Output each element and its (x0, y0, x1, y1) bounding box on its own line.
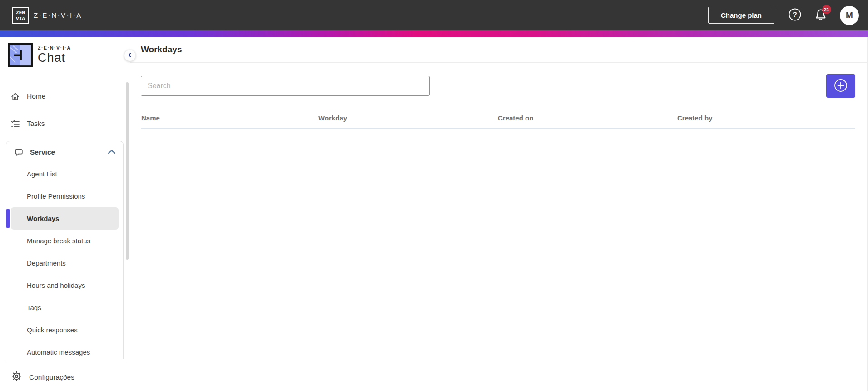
sidebar-brand-name: Z·E·N·V·I·A (38, 45, 71, 50)
notifications-button[interactable]: 21 (814, 8, 827, 22)
user-avatar[interactable]: M (840, 6, 859, 25)
brand-name: Z·E·N·V·I·A (34, 11, 82, 19)
sidebar-item-label: Service (30, 148, 108, 156)
sidebar-item-label: Home (27, 92, 45, 100)
chevron-left-icon (127, 52, 133, 59)
sidebar: Z·E·N·V·I·A Chat Home (0, 37, 130, 391)
plus-circle-icon (833, 78, 848, 94)
change-plan-button[interactable]: Change plan (708, 7, 774, 24)
column-header-created-on: Created on (498, 114, 677, 122)
sidebar-collapse-button[interactable] (124, 50, 136, 61)
main-content: Workdays Name Workday Created (130, 37, 868, 391)
sidebar-item-tags[interactable]: Tags (6, 296, 123, 319)
page-header: Workdays (130, 37, 868, 63)
zenvia-chat-logo-icon (8, 43, 33, 67)
sidebar-item-label: Workdays (27, 215, 59, 222)
sidebar-item-label: Configurações (29, 373, 74, 381)
page-title: Workdays (141, 45, 182, 55)
sidebar-item-configuracoes[interactable]: Configurações (0, 363, 130, 391)
sidebar-item-automatic-messages[interactable]: Automatic messages (6, 341, 123, 359)
sidebar-scrollbar[interactable] (126, 82, 129, 260)
sidebar-item-departments[interactable]: Departments (6, 252, 123, 274)
sidebar-item-label: Tasks (27, 120, 45, 128)
svg-text:ZEN: ZEN (16, 10, 25, 15)
svg-text:VIA: VIA (16, 16, 25, 21)
tasks-icon (10, 119, 20, 129)
chevron-up-icon (108, 148, 116, 156)
search-input[interactable] (141, 76, 430, 96)
column-header-created-by: Created by (677, 114, 855, 122)
sidebar-item-profile-permissions[interactable]: Profile Permissions (6, 185, 123, 207)
sidebar-item-workdays[interactable]: Workdays (11, 207, 119, 230)
sidebar-item-service[interactable]: Service (6, 141, 123, 163)
help-icon: ? (788, 8, 802, 23)
sidebar-section-service: Service Agent List Profile Permissions W… (6, 141, 124, 359)
chat-bubble-icon (14, 147, 24, 157)
table-header-row: Name Workday Created on Created by (141, 114, 855, 129)
sidebar-item-quick-responses[interactable]: Quick responses (6, 319, 123, 341)
sidebar-item-agent-list[interactable]: Agent List (6, 163, 123, 185)
column-header-workday: Workday (318, 114, 498, 122)
home-icon (10, 92, 20, 101)
sidebar-logo: Z·E·N·V·I·A Chat (0, 37, 130, 73)
zenvia-logo-icon: ZEN VIA (12, 7, 29, 24)
brand-gradient-strip (0, 30, 868, 37)
selected-indicator (6, 209, 10, 228)
sidebar-item-tasks[interactable]: Tasks (0, 113, 130, 135)
notification-count-badge: 21 (822, 5, 831, 14)
sidebar-item-hours-and-holidays[interactable]: Hours and holidays (6, 274, 123, 296)
column-header-name: Name (141, 114, 318, 122)
sidebar-item-manage-break-status[interactable]: Manage break status (6, 230, 123, 252)
top-bar: ZEN VIA Z·E·N·V·I·A Change plan ? 21 M (0, 0, 868, 30)
gear-icon (11, 371, 22, 383)
svg-text:?: ? (793, 11, 797, 19)
sidebar-item-home[interactable]: Home (0, 85, 130, 107)
add-workday-button[interactable] (826, 74, 855, 98)
toolbar (141, 74, 855, 98)
sidebar-footer: Configurações (0, 363, 130, 391)
sidebar-nav: Home Tasks (0, 73, 130, 359)
sidebar-product-name: Chat (38, 51, 71, 65)
help-button[interactable]: ? (788, 8, 802, 23)
